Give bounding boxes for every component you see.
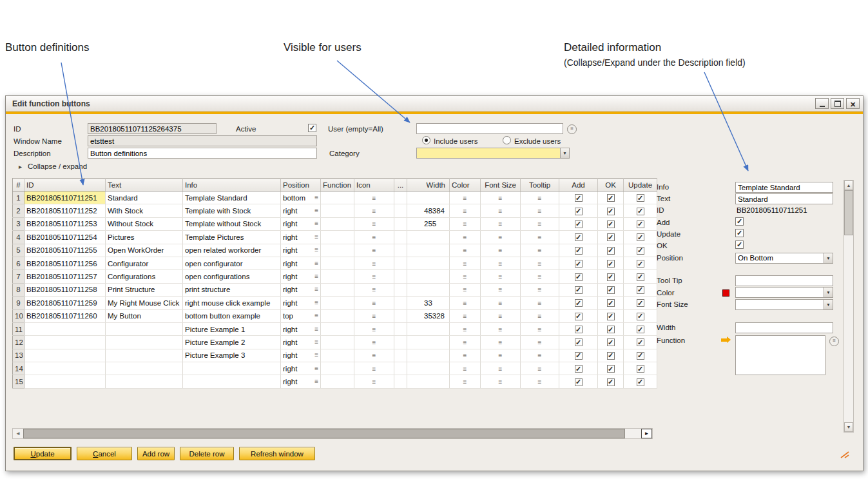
more-cell[interactable] [394, 217, 407, 230]
window-titlebar[interactable]: Edit function buttons [6, 96, 863, 112]
color-cell[interactable]: ≡ [450, 309, 481, 322]
color-cell[interactable]: ≡ [450, 336, 481, 349]
chevron-down-icon[interactable]: ▼ [824, 253, 833, 263]
add-cell[interactable] [559, 231, 598, 244]
update-checkbox[interactable] [637, 194, 644, 202]
picker-icon[interactable]: ≡ [314, 220, 318, 227]
position-cell[interactable]: bottom≡ [281, 191, 321, 204]
col-header-position[interactable]: Position [281, 179, 321, 191]
picker-icon[interactable]: ≡ [372, 378, 376, 386]
ok-checkbox[interactable] [607, 365, 615, 373]
picker-icon[interactable]: ≡ [463, 286, 467, 293]
picker-icon[interactable]: ≡ [314, 233, 318, 240]
id-cell[interactable] [24, 336, 106, 349]
more-cell[interactable] [394, 375, 407, 388]
col-header-more[interactable]: ... [394, 179, 407, 191]
picker-icon[interactable]: ≡ [538, 352, 542, 359]
tooltip-cell[interactable]: ≡ [521, 257, 559, 269]
function-cell[interactable] [321, 257, 354, 269]
row-number-cell[interactable]: 2 [13, 204, 24, 217]
col-header-id[interactable]: ID [24, 179, 106, 191]
picker-icon[interactable]: ≡ [538, 195, 542, 202]
detail-info-input[interactable] [735, 182, 833, 193]
width-cell[interactable] [407, 375, 450, 388]
info-cell[interactable]: Template Standard [183, 191, 281, 204]
update-checkbox[interactable] [637, 233, 644, 241]
font-size-cell[interactable]: ≡ [481, 191, 521, 204]
font-size-cell[interactable]: ≡ [481, 349, 521, 362]
info-cell[interactable]: Template Pictures [183, 231, 281, 244]
update-cell[interactable] [624, 297, 657, 309]
row-number-cell[interactable]: 10 [13, 309, 24, 322]
add-checkbox[interactable] [575, 299, 583, 307]
ok-checkbox[interactable] [607, 313, 615, 320]
row-number-cell[interactable]: 5 [13, 244, 24, 257]
tooltip-cell[interactable]: ≡ [521, 217, 559, 230]
icon-cell[interactable]: ≡ [354, 309, 394, 322]
row-number-cell[interactable]: 14 [13, 362, 24, 375]
ok-checkbox[interactable] [607, 208, 615, 215]
col-header-color[interactable]: Color [450, 179, 481, 191]
detail-function-box[interactable] [735, 335, 825, 375]
update-cell[interactable] [624, 322, 657, 335]
text-cell[interactable]: Standard [106, 191, 183, 204]
picker-icon[interactable]: ≡ [538, 247, 542, 254]
id-cell[interactable] [24, 349, 106, 362]
picker-icon[interactable]: ≡ [499, 195, 503, 202]
picker-icon[interactable]: ≡ [499, 352, 503, 359]
col-header-width[interactable]: Width [407, 179, 450, 191]
picker-icon[interactable]: ≡ [372, 234, 376, 241]
scroll-up-icon[interactable]: ▲ [844, 181, 853, 190]
picker-icon[interactable]: ≡ [538, 234, 542, 241]
function-cell[interactable] [321, 336, 354, 349]
resize-handle-icon[interactable] [840, 449, 851, 459]
vertical-scroll-thumb[interactable] [844, 190, 853, 235]
info-cell[interactable]: open configurations [183, 270, 281, 283]
width-cell[interactable] [407, 336, 450, 349]
function-picker-icon[interactable]: ≡ [829, 337, 839, 346]
picker-icon[interactable]: ≡ [463, 247, 467, 254]
tooltip-cell[interactable]: ≡ [521, 349, 559, 362]
function-cell[interactable] [321, 204, 354, 217]
font-size-cell[interactable]: ≡ [481, 270, 521, 283]
update-cell[interactable] [624, 375, 657, 388]
text-cell[interactable]: My Right Mouse Click [106, 297, 183, 309]
id-cell[interactable] [24, 375, 106, 388]
update-checkbox[interactable] [637, 260, 644, 268]
row-number-cell[interactable]: 1 [13, 191, 24, 204]
row-number-cell[interactable]: 6 [13, 257, 24, 269]
picker-icon[interactable]: ≡ [538, 300, 542, 307]
picker-icon[interactable]: ≡ [463, 300, 467, 307]
picker-icon[interactable]: ≡ [463, 339, 467, 346]
update-checkbox[interactable] [637, 299, 644, 307]
update-checkbox[interactable] [637, 326, 644, 333]
col-header-text[interactable]: Text [106, 179, 183, 191]
picker-icon[interactable]: ≡ [499, 260, 503, 268]
icon-cell[interactable]: ≡ [354, 231, 394, 244]
more-cell[interactable] [394, 283, 407, 296]
row-number-cell[interactable]: 4 [13, 231, 24, 244]
picker-icon[interactable]: ≡ [372, 326, 376, 333]
icon-cell[interactable]: ≡ [354, 204, 394, 217]
color-cell[interactable]: ≡ [450, 362, 481, 375]
text-cell[interactable]: My Button [106, 309, 183, 322]
update-cell[interactable] [624, 231, 657, 244]
add-cell[interactable] [559, 375, 598, 388]
ok-cell[interactable] [598, 349, 624, 362]
picker-icon[interactable]: ≡ [372, 195, 376, 202]
add-row-button[interactable]: Add row [137, 447, 175, 460]
picker-icon[interactable]: ≡ [463, 352, 467, 359]
color-cell[interactable]: ≡ [450, 375, 481, 388]
add-checkbox[interactable] [575, 378, 583, 386]
collapse-triangle-icon[interactable]: ▸ [19, 163, 22, 170]
position-cell[interactable]: right≡ [281, 270, 321, 283]
add-cell[interactable] [559, 362, 598, 375]
scroll-left-icon[interactable]: ◄ [13, 429, 24, 438]
icon-cell[interactable]: ≡ [354, 257, 394, 269]
chevron-down-icon[interactable]: ▼ [824, 300, 833, 309]
ok-cell[interactable] [598, 297, 624, 309]
color-cell[interactable]: ≡ [450, 231, 481, 244]
user-picker-icon[interactable]: ≡ [567, 124, 577, 134]
picker-icon[interactable]: ≡ [538, 273, 542, 280]
tooltip-cell[interactable]: ≡ [521, 336, 559, 349]
